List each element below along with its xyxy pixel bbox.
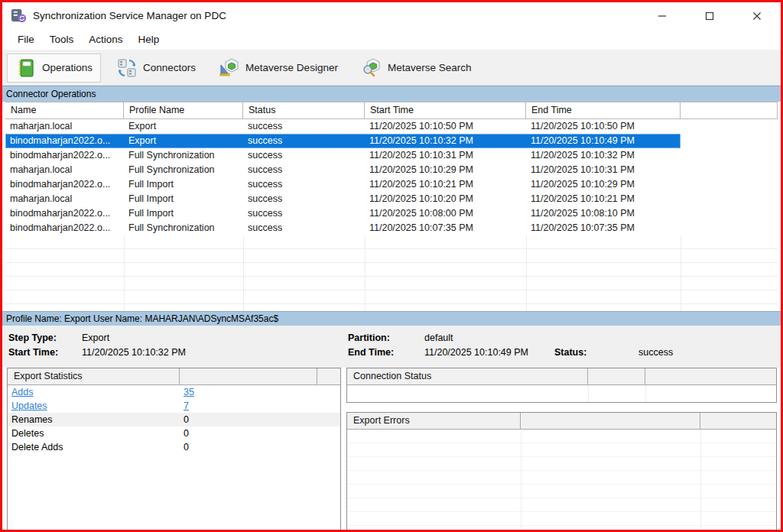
connectors-icon [116,57,138,79]
operations-button[interactable]: Operations [7,54,101,83]
cell-start-time: 11/20/2025 10:10:32 PM [365,134,526,148]
cell-start-time: 11/20/2025 10:10:31 PM [365,148,526,163]
end-time-label: End Time: [348,347,424,358]
export-statistics-header: Export Statistics [8,368,340,385]
adds-link[interactable]: Adds [11,387,34,397]
cell-start-time: 11/20/2025 10:10:21 PM [365,177,526,192]
column-header-name[interactable]: Name [5,102,124,118]
column-header-start-time[interactable]: Start Time [365,102,526,118]
status-value: success [638,347,673,358]
close-button[interactable] [733,2,781,29]
cell-end-time: 11/20/2025 10:10:31 PM [526,163,681,177]
connection-status-header-empty [588,368,645,384]
column-header-empty[interactable] [681,102,778,118]
column-header-profile-name[interactable]: Profile Name [124,102,243,118]
cell-name: maharjan.local [5,163,124,177]
window-frame: Synchronization Service Manager on PDC F… [0,0,783,532]
profile-summary-text: Profile Name: Export User Name: MAHARJAN… [6,313,278,324]
table-row[interactable]: binodmaharjan2022.o... Full Synchronizat… [5,221,778,235]
cell-profile: Full Synchronization [124,221,243,235]
cell-status: success [243,163,365,177]
bottom-panes: Export Statistics Adds 35 Updates 7 Rena… [2,368,781,530]
metaverse-search-icon [361,57,382,79]
table-row-selected[interactable]: binodmaharjan2022.o... Export success 11… [5,134,778,148]
grid-line [681,235,681,311]
menu-file[interactable]: File [10,31,42,48]
connection-status-empty-area[interactable] [347,385,776,402]
export-statistics-header-label: Export Statistics [8,368,180,384]
cell-profile: Full Import [124,192,243,206]
cell-end-time: 11/20/2025 10:10:50 PM [526,119,681,134]
cell-profile: Export [124,119,243,134]
profile-summary-bar: Profile Name: Export User Name: MAHARJAN… [2,311,781,326]
adds-count-link[interactable]: 35 [184,387,194,397]
maximize-button[interactable] [686,2,733,29]
cell-name: binodmaharjan2022.o... [5,221,124,235]
export-errors-header: Export Errors [347,413,776,430]
run-details-right: Partition: default End Time: 11/20/2025 … [348,330,673,359]
delete-adds-label: Delete Adds [8,442,180,453]
start-time-value: 11/20/2025 10:10:32 PM [82,347,186,358]
connectors-button[interactable]: Connectors [109,54,203,83]
updates-count-link[interactable]: 7 [184,401,189,411]
export-errors-header-empty [521,413,700,429]
cell-end-time: 11/20/2025 10:07:35 PM [526,221,681,235]
operations-button-label: Operations [42,62,93,73]
cell-status: success [243,148,365,163]
cell-name: binodmaharjan2022.o... [5,134,124,148]
metaverse-designer-button-label: Metaverse Designer [245,62,338,73]
cell-empty [681,119,778,134]
app-sync-service-icon [11,8,27,24]
window-controls [638,2,781,29]
cell-status: success [243,119,365,134]
delete-adds-count: 0 [180,442,317,453]
cell-status: success [243,192,365,206]
table-row[interactable]: binodmaharjan2022.o... Full Synchronizat… [5,148,778,163]
table-row[interactable]: maharjan.local Export success 11/20/2025… [5,119,778,134]
grid-line [588,385,589,402]
renames-label: Renames [8,414,180,425]
column-header-status[interactable]: Status [243,102,365,118]
export-statistics-header-empty [180,368,317,384]
cell-empty [681,221,778,235]
column-header-end-time[interactable]: End Time [526,102,681,118]
deletes-label: Deletes [8,428,180,439]
cell-end-time: 11/20/2025 10:10:32 PM [526,148,681,163]
export-errors-empty-area[interactable] [347,430,776,530]
updates-link[interactable]: Updates [11,401,47,411]
cell-empty [681,163,778,177]
window-title: Synchronization Service Manager on PDC [33,10,226,21]
cell-status: success [243,134,365,148]
minimize-button[interactable] [638,2,686,29]
table-row[interactable]: maharjan.local Full Synchronization succ… [5,163,778,177]
cell-name: maharjan.local [5,192,124,206]
table-row[interactable]: maharjan.local Full Import success 11/20… [5,192,778,206]
cell-start-time: 11/20/2025 10:08:00 PM [365,206,526,221]
table-row[interactable]: binodmaharjan2022.o... Full Import succe… [5,177,778,192]
connection-status-header-label: Connection Status [347,368,588,384]
stat-row-deletes: Deletes 0 [8,427,340,440]
menu-actions[interactable]: Actions [81,31,130,48]
cell-status: success [243,206,365,221]
cell-end-time: 11/20/2025 10:10:21 PM [526,192,681,206]
status-label: Status: [554,347,631,358]
metaverse-search-button[interactable]: Metaverse Search [353,54,479,83]
stat-row-delete-adds: Delete Adds 0 [8,440,340,454]
stat-row-renames: Renames 0 [8,413,340,427]
menu-help[interactable]: Help [131,31,167,48]
cell-end-time: 11/20/2025 10:10:49 PM [526,134,681,148]
grid-line [243,235,244,311]
cell-start-time: 11/20/2025 10:07:35 PM [365,221,526,235]
empty-rows-area[interactable] [5,235,778,311]
metaverse-designer-button[interactable]: Metaverse Designer [211,54,346,83]
menu-tools[interactable]: Tools [42,31,82,48]
cell-name: maharjan.local [5,119,124,134]
step-type-value: Export [82,332,109,343]
table-row[interactable]: binodmaharjan2022.o... Full Import succe… [5,206,778,221]
cell-end-time: 11/20/2025 10:10:29 PM [526,177,681,192]
connection-status-header-empty [645,368,776,384]
cell-end-time: 11/20/2025 10:08:10 PM [526,206,681,221]
step-type-label: Step Type: [8,332,82,343]
cell-empty [681,134,778,148]
right-panes: Connection Status Export Errors [346,368,777,530]
